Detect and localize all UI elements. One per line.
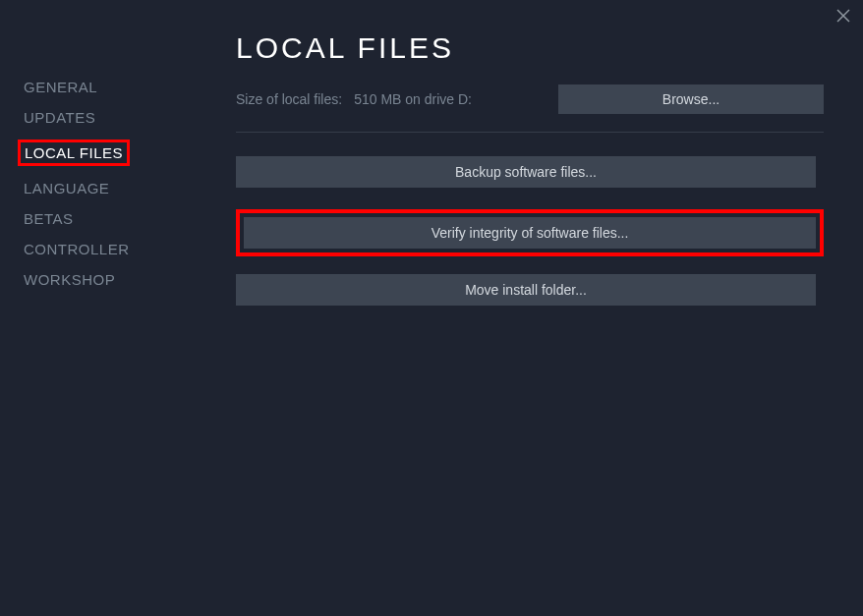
sidebar-item-local-files[interactable]: LOCAL FILES: [18, 140, 130, 166]
size-value: 510 MB on drive D:: [354, 91, 547, 107]
sidebar-item-updates[interactable]: UPDATES: [24, 109, 95, 126]
size-row: Size of local files: 510 MB on drive D: …: [236, 84, 824, 114]
sidebar-item-betas[interactable]: BETAS: [24, 210, 74, 227]
verify-highlight: Verify integrity of software files...: [236, 209, 824, 256]
sidebar: GENERAL UPDATES LOCAL FILES LANGUAGE BET…: [0, 0, 236, 616]
divider: [236, 132, 824, 133]
move-folder-button[interactable]: Move install folder...: [236, 274, 816, 306]
main-panel: LOCAL FILES Size of local files: 510 MB …: [236, 0, 863, 616]
close-icon[interactable]: [835, 8, 851, 24]
sidebar-item-controller[interactable]: CONTROLLER: [24, 241, 130, 257]
sidebar-item-workshop[interactable]: WORKSHOP: [24, 271, 115, 288]
backup-button[interactable]: Backup software files...: [236, 156, 816, 188]
page-title: LOCAL FILES: [236, 31, 824, 65]
size-label: Size of local files:: [236, 91, 342, 107]
verify-integrity-button[interactable]: Verify integrity of software files...: [244, 217, 816, 249]
browse-button[interactable]: Browse...: [558, 84, 824, 114]
sidebar-item-general[interactable]: GENERAL: [24, 79, 97, 95]
sidebar-item-language[interactable]: LANGUAGE: [24, 180, 109, 196]
